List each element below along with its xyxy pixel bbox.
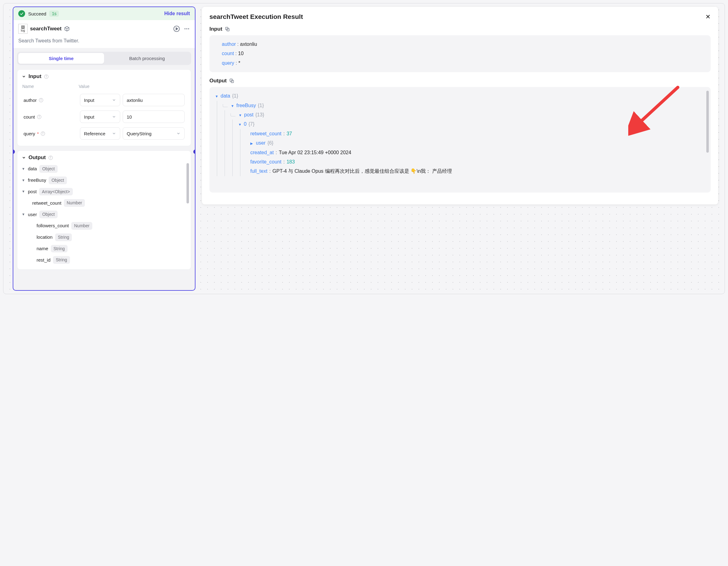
hide-result-link[interactable]: Hide result: [164, 11, 190, 16]
info-icon: [48, 156, 53, 160]
input-row-count: count Input 10: [22, 109, 186, 125]
svg-point-16: [43, 132, 43, 133]
output-heading: Output: [29, 155, 46, 161]
success-check-icon: [18, 10, 25, 17]
schema-row-rest-id[interactable]: rest_idString: [22, 254, 186, 266]
result-output-json: ▼data {1} ▼freeBusy {1} ▼post {13} ▼0 {7…: [209, 87, 711, 193]
more-menu-icon[interactable]: [184, 26, 190, 32]
value-select-query[interactable]: QueryString: [123, 127, 185, 140]
chevron-down-icon: [112, 115, 116, 119]
input-section-header[interactable]: Input: [22, 73, 186, 80]
svg-point-4: [188, 28, 189, 29]
node-header: 🖼log searchTweet Search Tweets from Twit…: [13, 20, 195, 48]
field-name-author: author: [24, 98, 37, 103]
chevron-down-icon: [112, 131, 116, 136]
chevron-down-icon: [112, 98, 116, 102]
mode-select-query[interactable]: Reference: [80, 127, 120, 140]
svg-point-2: [185, 28, 186, 29]
output-section-header[interactable]: Output: [22, 155, 186, 161]
svg-point-10: [41, 99, 41, 99]
schema-row-user[interactable]: ▼userObject: [22, 209, 186, 220]
value-input-count[interactable]: 10: [123, 111, 185, 123]
value-input-author[interactable]: axtonliu: [123, 94, 185, 106]
json-leaf-full-text: full_text: GPT-4 与 Claude Opus 编程再次对比后，感…: [248, 167, 706, 176]
close-icon[interactable]: ✕: [705, 13, 711, 20]
copy-icon[interactable]: [225, 27, 230, 32]
json-node-index-0[interactable]: ▼0 {7}: [238, 120, 706, 129]
svg-point-13: [39, 116, 39, 116]
schema-row-retweet-count[interactable]: retweet_countNumber: [22, 197, 186, 209]
node-description: Search Tweets from Twitter.: [18, 38, 190, 44]
svg-marker-1: [176, 28, 178, 30]
input-row-query: query* Reference Quer: [22, 125, 186, 142]
node-title: searchTweet: [30, 26, 62, 32]
json-node-freebusy[interactable]: ▼freeBusy {1}: [223, 101, 706, 110]
mode-select-count[interactable]: Input: [80, 111, 120, 123]
json-leaf-favorite-count: favorite_count: 183: [248, 157, 706, 167]
status-text: Succeed: [28, 11, 46, 16]
execution-result-panel: searchTweet Execution Result ✕ Input aut…: [202, 7, 718, 205]
info-icon: [37, 115, 42, 119]
schema-row-location[interactable]: locationString: [22, 232, 186, 243]
json-leaf-retweet-count: retweet_count: 37: [248, 129, 706, 138]
info-icon: [41, 131, 45, 136]
info-icon: [44, 74, 49, 79]
input-heading: Input: [29, 73, 42, 80]
cube-icon: [64, 26, 70, 32]
mode-select-author[interactable]: Input: [80, 94, 120, 106]
status-duration: 1s: [49, 11, 59, 17]
node-output-port[interactable]: [193, 150, 195, 154]
chevron-down-icon: [176, 131, 181, 136]
broken-image-icon: 🖼log: [18, 24, 28, 34]
chevron-down-icon: [22, 74, 26, 79]
input-row-author: author Input axtonliu: [22, 92, 186, 108]
output-section: Output ▼dataObject ▼freeBusyObject ▼post…: [17, 151, 191, 270]
result-output-heading: Output: [209, 78, 227, 84]
field-name-query: query: [24, 131, 35, 136]
chevron-down-icon: [22, 156, 26, 160]
scrollbar-thumb[interactable]: [706, 91, 709, 153]
svg-point-3: [186, 28, 187, 29]
json-node-post[interactable]: ▼post {13}: [230, 110, 706, 120]
json-leaf-created-at: created_at: Tue Apr 02 23:15:49 +0000 20…: [248, 148, 706, 157]
field-name-count: count: [24, 114, 35, 120]
result-input-json: author : axtonliu count : 10 query : *: [209, 35, 711, 72]
status-bar: Succeed 1s Hide result: [13, 7, 195, 20]
result-input-heading: Input: [209, 26, 222, 32]
schema-row-data[interactable]: ▼dataObject: [22, 163, 186, 175]
schema-row-post[interactable]: ▼postArray<Object>: [22, 186, 186, 198]
copy-icon[interactable]: [229, 78, 234, 83]
info-icon: [39, 98, 43, 103]
node-panel: Succeed 1s Hide result 🖼log searchTweet: [13, 7, 195, 291]
json-node-user[interactable]: ▶user {6}: [248, 138, 706, 148]
schema-row-followers-count[interactable]: followers_countNumber: [22, 220, 186, 232]
schema-row-name[interactable]: nameString: [22, 243, 186, 255]
play-circle-icon[interactable]: [173, 25, 180, 32]
json-node-data[interactable]: ▼data {1}: [215, 91, 706, 101]
svg-point-19: [50, 156, 51, 157]
tab-single-time[interactable]: Single time: [18, 53, 104, 64]
scrollbar-thumb[interactable]: [186, 163, 189, 204]
result-panel-title: searchTweet Execution Result: [209, 13, 303, 20]
input-col-name: Name: [22, 83, 78, 91]
schema-row-freebusy[interactable]: ▼freeBusyObject: [22, 175, 186, 186]
mode-tabs: Single time Batch processing: [17, 52, 191, 65]
input-col-value: Value: [79, 83, 186, 91]
tab-batch-processing[interactable]: Batch processing: [104, 53, 190, 64]
input-section: Input Name Value author: [17, 69, 191, 146]
